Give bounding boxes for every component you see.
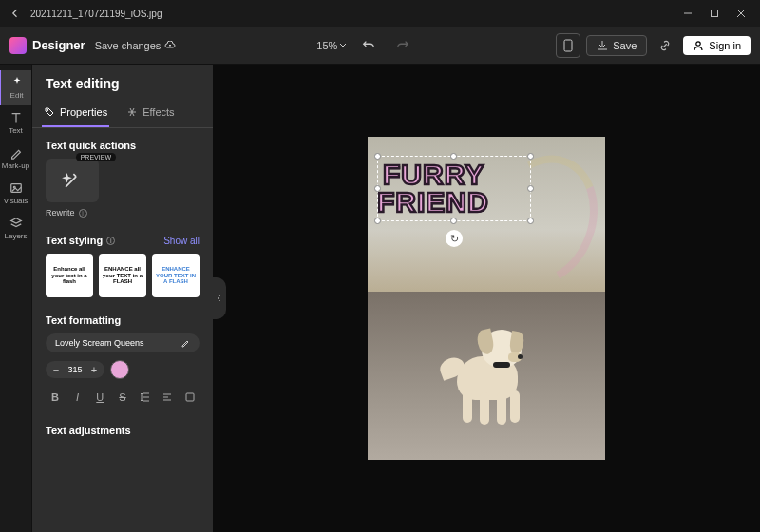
edit-pencil-icon (180, 338, 190, 348)
tab-properties[interactable]: Properties (42, 99, 109, 127)
rail-label: Layers (4, 232, 27, 240)
save-button[interactable]: Save (586, 35, 647, 56)
style-card-2[interactable]: ENHANCE all your TEXT in a FLASH (99, 254, 146, 297)
rail-label: Edit (10, 91, 24, 100)
designer-logo-icon (10, 37, 27, 54)
redo-button[interactable] (390, 33, 415, 58)
zoom-dropdown[interactable]: 15% (316, 40, 347, 51)
style-card-1[interactable]: Enhance all your text in a flash (46, 254, 93, 297)
selected-text-object[interactable]: ↻ FURRY FRIEND (383, 162, 525, 216)
back-button[interactable] (6, 8, 25, 19)
save-changes-link[interactable]: Save changes (95, 40, 177, 51)
align-icon (162, 391, 173, 403)
rail-item-text[interactable]: Text (0, 105, 32, 141)
panel-tabs: Properties Effects (32, 99, 213, 128)
brand-name: Designer (32, 38, 86, 52)
text-styling-title: Text styling i (46, 235, 115, 246)
bold-button[interactable]: B (46, 387, 65, 408)
text-formatting-title: Text formatting (46, 314, 200, 326)
link-button[interactable] (653, 33, 677, 58)
rewrite-wand-icon (62, 170, 83, 191)
properties-icon (44, 106, 55, 118)
save-changes-label: Save changes (95, 40, 162, 51)
format-icons-row: B I U S (46, 387, 200, 408)
line-spacing-button[interactable] (136, 387, 155, 408)
panel-collapse-handle[interactable] (213, 277, 226, 319)
cloud-upload-icon (164, 41, 176, 50)
style-card-3[interactable]: ENHANCE YOUR TEXT IN A FLASH (152, 254, 200, 297)
rewrite-label: Rewrite (46, 208, 75, 218)
info-icon[interactable]: i (79, 209, 87, 218)
svg-rect-1 (712, 10, 718, 17)
more-format-button[interactable] (180, 387, 200, 408)
canvas-image[interactable]: ↻ FURRY FRIEND (368, 137, 605, 460)
minimize-icon (683, 9, 693, 18)
underline-button[interactable]: U (90, 387, 109, 408)
panel-body: Text quick actions PREVIEW Rewrite i Tex… (32, 128, 213, 532)
brand: Designer (10, 37, 86, 54)
rewrite-label-row: Rewrite i (46, 208, 200, 218)
rail-label: Text (9, 126, 23, 135)
preview-badge: PREVIEW (76, 153, 116, 162)
save-download-icon (597, 40, 608, 51)
resize-handle-ml[interactable] (374, 185, 381, 192)
resize-handle-br[interactable] (527, 218, 534, 224)
resize-handle-bl[interactable] (374, 218, 381, 224)
quick-actions-title: Text quick actions (46, 140, 200, 151)
signin-label: Sign in (709, 40, 741, 51)
svg-point-8 (47, 109, 48, 111)
svg-rect-4 (564, 40, 572, 51)
align-button[interactable] (159, 387, 178, 408)
text-color-swatch[interactable] (110, 360, 129, 379)
close-button[interactable] (728, 3, 754, 24)
zoom-value: 15% (316, 40, 337, 51)
chevron-down-icon (339, 42, 347, 49)
canvas-area[interactable]: ↻ FURRY FRIEND (213, 65, 760, 532)
strikethrough-button[interactable]: S (113, 387, 132, 408)
undo-icon (362, 39, 375, 52)
close-icon (736, 9, 746, 18)
tab-effects-label: Effects (142, 106, 174, 118)
size-decrease-button[interactable]: − (49, 364, 63, 375)
redo-icon (396, 39, 409, 52)
app-toolbar: Designer Save changes 15% Save Sign in (0, 27, 760, 65)
device-preview-button[interactable] (556, 33, 580, 58)
person-icon (693, 40, 704, 51)
svg-point-5 (696, 41, 700, 45)
resize-handle-tr[interactable] (527, 153, 534, 160)
rail-item-visuals[interactable]: Visuals (0, 176, 32, 211)
minimize-button[interactable] (674, 3, 701, 24)
size-increase-button[interactable]: + (87, 364, 101, 375)
sparkle-edit-icon (10, 76, 24, 89)
signin-button[interactable]: Sign in (683, 36, 750, 55)
rail-item-edit[interactable]: Edit (0, 70, 31, 105)
photo-dog (434, 314, 539, 428)
style-cards-row: Enhance all your text in a flash ENHANCE… (46, 254, 200, 297)
info-icon[interactable]: i (106, 237, 115, 245)
show-all-link[interactable]: Show all (163, 236, 200, 246)
font-size-value: 315 (65, 365, 86, 374)
panel-title: Text editing (32, 65, 213, 99)
rewrite-quick-action[interactable]: PREVIEW (46, 159, 99, 202)
tab-effects[interactable]: Effects (124, 99, 176, 127)
rail-item-markup[interactable]: Mark-up (0, 141, 32, 176)
resize-handle-tm[interactable] (450, 153, 457, 160)
italic-button[interactable]: I (68, 387, 87, 408)
rail-label: Mark-up (2, 162, 29, 170)
rail-item-layers[interactable]: Layers (0, 211, 32, 246)
text-styling-label: Text styling (46, 235, 103, 246)
font-family-select[interactable]: Lovely Scream Queens (46, 333, 200, 352)
link-icon (658, 39, 672, 52)
rotate-handle[interactable]: ↻ (446, 230, 463, 247)
layers-icon (10, 217, 23, 230)
markup-icon (10, 146, 23, 160)
maximize-button[interactable] (701, 3, 728, 24)
undo-button[interactable] (356, 33, 381, 58)
font-size-stepper[interactable]: − 315 + (46, 361, 104, 378)
maximize-icon (710, 9, 719, 18)
resize-handle-tl[interactable] (374, 153, 381, 160)
main-area: Edit Text Mark-up Visuals Layers Text ed… (0, 65, 760, 532)
resize-handle-bm[interactable] (450, 218, 457, 224)
resize-handle-mr[interactable] (527, 185, 534, 192)
rail-label: Visuals (4, 197, 28, 205)
